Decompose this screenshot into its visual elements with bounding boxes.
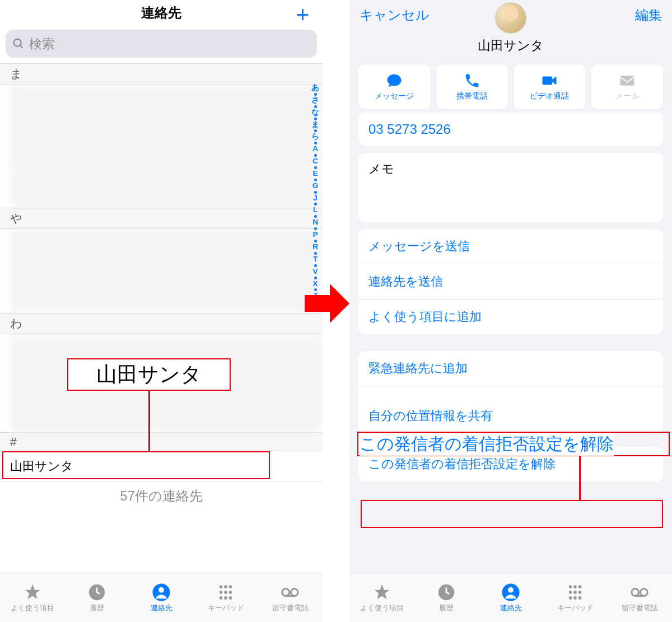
search-placeholder: 検索: [29, 35, 55, 53]
svg-point-29: [573, 596, 577, 600]
svg-rect-17: [543, 77, 553, 85]
memo-field[interactable]: メモ: [358, 153, 663, 222]
annotation-line: [579, 456, 581, 501]
svg-point-32: [641, 588, 648, 596]
add-favorite-button[interactable]: よく使う項目に追加: [358, 300, 663, 334]
svg-point-28: [569, 596, 572, 600]
annotation-box: 山田サンタ: [67, 358, 231, 391]
keypad-icon: [566, 583, 585, 602]
person-icon: [501, 583, 520, 602]
send-message-button[interactable]: メッセージを送信: [358, 229, 663, 264]
list-item[interactable]: [10, 85, 323, 169]
svg-point-21: [508, 587, 514, 592]
tab-bar: よく使う項目 履歴 連絡先 キーパッド 留守番電話: [0, 573, 323, 622]
tab-favorites[interactable]: よく使う項目: [0, 573, 64, 622]
tab-recents[interactable]: 履歴: [414, 573, 478, 622]
svg-point-11: [220, 596, 223, 600]
svg-point-0: [14, 39, 21, 46]
svg-point-22: [569, 585, 572, 588]
actions-group-2: 緊急連絡先に追加 自分の位置情報を共有: [358, 351, 663, 433]
send-contact-button[interactable]: 連絡先を送信: [358, 264, 663, 300]
message-icon: [386, 72, 403, 89]
contacts-list[interactable]: ま や わ # 山田サンタ 57件の連絡先: [0, 63, 323, 573]
list-item[interactable]: [10, 169, 323, 208]
avatar[interactable]: [495, 2, 526, 34]
voicemail-icon: [281, 583, 300, 602]
svg-rect-18: [620, 76, 634, 86]
list-item[interactable]: [10, 229, 323, 313]
svg-point-13: [229, 596, 232, 600]
annotation-line: [148, 391, 150, 451]
action-mail: メール: [591, 64, 664, 109]
tab-contacts[interactable]: 連絡先: [478, 573, 543, 622]
clock-icon: [87, 583, 106, 602]
svg-point-10: [229, 591, 232, 594]
contact-name: 山田サンタ: [478, 37, 544, 54]
svg-point-15: [291, 588, 298, 596]
svg-point-23: [573, 585, 577, 588]
tab-keypad[interactable]: キーパッド: [194, 573, 258, 622]
search-icon: [12, 38, 25, 50]
tab-bar: よく使う項目 履歴 連絡先 キーパッド 留守番電話: [349, 573, 672, 622]
tab-contacts[interactable]: 連絡先: [129, 573, 193, 622]
section-header: #: [0, 432, 323, 451]
star-icon: [23, 583, 42, 602]
tab-keypad[interactable]: キーパッド: [543, 573, 608, 622]
annotation-box: [2, 451, 270, 479]
quick-actions: メッセージ 携帯電話 ビデオ通話 メール: [349, 59, 672, 113]
alpha-index[interactable]: あ さ な ま ら A C E G J L N P R T V X Z #: [309, 84, 321, 312]
contacts-list-screen: 連絡先 + 検索 ま や わ # 山田サンタ 57件の連絡先 あ さ な ま ら…: [0, 0, 323, 622]
tab-voicemail[interactable]: 留守番電話: [258, 573, 323, 622]
mail-icon: [619, 72, 636, 89]
phone-number[interactable]: 03 5273 2526: [358, 113, 663, 146]
svg-point-30: [578, 596, 582, 600]
svg-point-31: [632, 588, 639, 596]
video-icon: [541, 72, 558, 89]
star-icon: [372, 583, 391, 602]
svg-point-5: [220, 585, 223, 588]
emergency-button[interactable]: 緊急連絡先に追加: [358, 351, 663, 386]
cancel-button[interactable]: キャンセル: [360, 6, 430, 24]
header: 連絡先 +: [0, 0, 323, 25]
section-header: わ: [0, 313, 323, 334]
svg-point-14: [282, 588, 290, 596]
edit-button[interactable]: 編集: [635, 6, 662, 24]
person-icon: [152, 583, 171, 602]
svg-point-26: [573, 591, 577, 594]
annotation-box: [361, 500, 663, 528]
contact-count: 57件の連絡先: [0, 487, 323, 505]
svg-point-27: [578, 591, 582, 594]
page-title: 連絡先: [141, 4, 181, 22]
clock-icon: [437, 583, 456, 602]
section-header: や: [0, 208, 323, 229]
svg-point-6: [224, 585, 227, 588]
contact-header: 山田サンタ: [349, 30, 672, 59]
contact-detail-screen: キャンセル 編集 山田サンタ メッセージ 携帯電話 ビデオ通話 メール 03 5…: [349, 0, 672, 622]
action-message[interactable]: メッセージ: [358, 64, 431, 109]
add-contact-button[interactable]: +: [296, 2, 309, 27]
tab-recents[interactable]: 履歴: [64, 573, 129, 622]
voicemail-icon: [630, 583, 649, 602]
svg-point-8: [220, 591, 223, 594]
tab-favorites[interactable]: よく使う項目: [349, 573, 414, 622]
phone-icon: [464, 72, 480, 89]
section-header: ま: [0, 63, 323, 85]
svg-point-25: [569, 591, 572, 594]
annotation-callout: この発信者の着信拒否設定を解除: [360, 433, 614, 456]
search-input[interactable]: 検索: [6, 30, 317, 58]
svg-point-7: [229, 585, 232, 588]
action-call[interactable]: 携帯電話: [436, 64, 508, 109]
arrow-annotation: [305, 284, 349, 323]
svg-point-12: [224, 596, 227, 600]
share-location-button[interactable]: 自分の位置情報を共有: [358, 386, 663, 433]
svg-point-4: [158, 587, 164, 592]
tab-voicemail[interactable]: 留守番電話: [608, 573, 672, 622]
svg-line-1: [20, 45, 23, 48]
actions-group-1: メッセージを送信 連絡先を送信 よく使う項目に追加: [358, 229, 663, 334]
action-video[interactable]: ビデオ通話: [514, 64, 586, 109]
keypad-icon: [216, 583, 235, 602]
svg-point-24: [578, 585, 582, 588]
svg-point-9: [224, 591, 227, 594]
